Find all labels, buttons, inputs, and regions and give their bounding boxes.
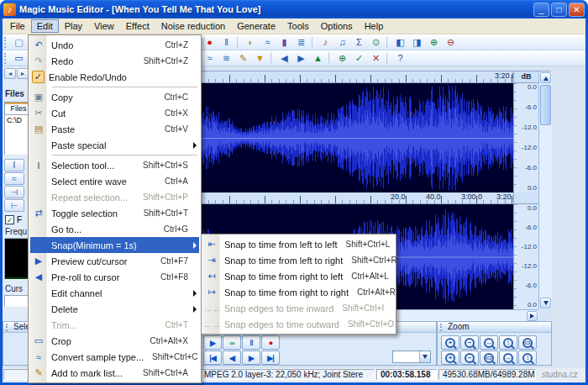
menu-item[interactable]: ↷ Redo Shift+Ctrl+Z bbox=[30, 53, 199, 69]
split-icon[interactable]: ◧ bbox=[392, 35, 408, 50]
expand-panel-icon[interactable]: ▸ bbox=[17, 68, 29, 79]
toolbar-gripper[interactable] bbox=[4, 53, 8, 64]
snap-edge-right-icon[interactable]: ⊢ bbox=[4, 199, 24, 212]
radio-icon[interactable]: ≈ bbox=[260, 35, 276, 50]
zoom-fit-selection-button[interactable]: ▭ bbox=[480, 351, 498, 365]
step-forward-button[interactable]: ▶ bbox=[242, 351, 260, 365]
checkbox[interactable]: ✓ bbox=[5, 215, 14, 224]
edit-marks-icon[interactable]: ✎ bbox=[235, 51, 251, 66]
microphone-icon[interactable]: ▮ bbox=[276, 35, 292, 50]
scroll-right-button[interactable] bbox=[527, 311, 538, 321]
channel-left-icon[interactable]: ◀ bbox=[276, 51, 292, 66]
menubar-item[interactable]: Noise reduction bbox=[155, 19, 231, 33]
notes-icon[interactable]: ♫ bbox=[334, 35, 350, 50]
cd-icon[interactable]: ◐ bbox=[243, 35, 259, 50]
channel-right-icon[interactable]: ▶ bbox=[293, 51, 309, 66]
toolbar-button[interactable] bbox=[312, 36, 315, 48]
apply-icon[interactable]: ✓ bbox=[351, 51, 367, 66]
panel-gripper[interactable] bbox=[6, 324, 8, 331]
insert-icon[interactable]: ⊕ bbox=[334, 51, 350, 66]
loop-button[interactable]: ∞ bbox=[223, 335, 241, 350]
zoom-reset-button[interactable]: ↕ bbox=[518, 351, 537, 365]
zoom-full-wave-button[interactable]: ↔ bbox=[499, 351, 517, 365]
waves-icon[interactable]: ≋ bbox=[218, 51, 234, 66]
channel-both-icon[interactable]: ▲ bbox=[310, 51, 326, 66]
menu-item[interactable]: ←→ Snap edges to time outward Shift+Ctrl… bbox=[203, 316, 394, 332]
help-icon[interactable]: ? bbox=[392, 51, 408, 66]
menu-item[interactable]: ✎ Add to mark list... Shift+Ctrl+A bbox=[30, 365, 199, 381]
skip-to-end-button[interactable]: ▶| bbox=[261, 351, 280, 365]
close-button[interactable]: ✕ bbox=[569, 3, 585, 17]
menu-item[interactable]: ◀ Pre-roll to cursor Ctrl+F8 bbox=[30, 269, 199, 285]
play-button[interactable]: ▶ bbox=[203, 335, 222, 350]
zoom-in-button[interactable]: + bbox=[441, 335, 459, 350]
menu-item[interactable]: Select entire wave Ctrl+A bbox=[30, 173, 199, 189]
toolbar-button[interactable] bbox=[386, 52, 390, 64]
vertical-zoom-out-button[interactable]: − bbox=[460, 351, 479, 365]
menu-item[interactable]: ▤ Paste Ctrl+V bbox=[30, 121, 199, 137]
merge-icon[interactable]: ◨ bbox=[409, 35, 425, 50]
pause-icon[interactable]: ‖ bbox=[218, 35, 234, 50]
vertical-scrollbar[interactable] bbox=[538, 71, 552, 309]
menu-item[interactable]: ▣ Copy Ctrl+C bbox=[30, 89, 199, 105]
menu-item[interactable]: ↤ Snap to time from right to left Ctrl+A… bbox=[203, 268, 394, 284]
wave-tool-icon[interactable]: ≈ bbox=[4, 172, 24, 185]
menubar-item[interactable]: Tools bbox=[281, 19, 315, 33]
toolbar-button[interactable] bbox=[237, 36, 240, 48]
menubar-item[interactable]: Edit bbox=[31, 19, 59, 33]
menu-item[interactable]: Edit channel bbox=[30, 285, 199, 301]
zoom-selection-button[interactable]: ▭ bbox=[518, 335, 537, 350]
note-icon[interactable]: ♪ bbox=[318, 35, 333, 50]
zoom-vertical-button[interactable]: ↕ bbox=[499, 335, 517, 350]
menu-item[interactable]: ▭ Crop Ctrl+Alt+X bbox=[30, 333, 199, 349]
scroll-up-button[interactable] bbox=[540, 72, 551, 83]
zoom-horizontal-button[interactable]: ↔ bbox=[480, 335, 498, 350]
menu-item[interactable]: Delete bbox=[30, 301, 199, 317]
menubar-item[interactable]: Play bbox=[59, 19, 88, 33]
cancel-icon[interactable]: ✕ bbox=[368, 51, 384, 66]
toolbar-button[interactable] bbox=[328, 52, 332, 64]
scroll-down-button[interactable] bbox=[540, 298, 551, 309]
pause-button[interactable]: ‖ bbox=[242, 335, 260, 350]
step-back-button[interactable]: ◀ bbox=[223, 351, 241, 365]
menu-item[interactable]: I Selection tool... Shift+Ctrl+S bbox=[30, 157, 199, 173]
maximize-button[interactable]: □ bbox=[551, 3, 567, 17]
collapse-panel-icon[interactable]: ◂ bbox=[4, 68, 16, 79]
menubar-item[interactable]: Generate bbox=[231, 19, 281, 33]
sum-icon[interactable]: Σ bbox=[351, 35, 367, 50]
wave-icon[interactable]: ≈ bbox=[202, 51, 218, 66]
file-list-entry[interactable]: C:\D bbox=[7, 116, 22, 124]
timer-icon[interactable]: ⊙ bbox=[368, 35, 384, 50]
menubar-item[interactable]: Effect bbox=[120, 19, 155, 33]
menu-item[interactable]: →← Snap edges to time inward Shift+Ctrl+… bbox=[203, 300, 394, 316]
selection-tool-icon[interactable]: I bbox=[4, 159, 24, 171]
record-button[interactable]: ● bbox=[261, 335, 280, 350]
menubar-item[interactable]: Help bbox=[359, 19, 390, 33]
remove-icon[interactable]: ⊖ bbox=[443, 35, 459, 50]
menu-item[interactable]: ↶ Undo Ctrl+Z bbox=[30, 37, 199, 53]
toolbar-gripper[interactable] bbox=[4, 37, 8, 48]
toolbar-button[interactable] bbox=[386, 36, 390, 48]
menu-item[interactable]: ✂ Cut Ctrl+X bbox=[30, 105, 199, 121]
menu-item[interactable]: Snap(Minimum = 1s) bbox=[30, 237, 199, 253]
snap-edge-left-icon[interactable]: ⊣ bbox=[4, 186, 24, 198]
panel-gripper[interactable] bbox=[440, 324, 443, 331]
menu-item[interactable]: Paste special bbox=[30, 137, 199, 153]
menu-item[interactable]: ↦ Snap to time from right to right Ctrl+… bbox=[203, 284, 394, 300]
mixer-icon[interactable]: ≣ bbox=[293, 35, 309, 50]
toolbar-button[interactable] bbox=[270, 52, 274, 64]
menu-item[interactable]: ⇄ Toggle selection Shift+Ctrl+T bbox=[30, 205, 199, 221]
skip-to-start-button[interactable]: |◀ bbox=[203, 351, 222, 365]
menubar-item[interactable]: View bbox=[88, 19, 120, 33]
menu-item[interactable]: ✓ Enable Redo/Undo bbox=[30, 69, 199, 85]
select-region-icon[interactable]: ▭ bbox=[11, 51, 27, 66]
vertical-scroll-thumb[interactable] bbox=[540, 85, 551, 125]
menu-item[interactable]: ⇥ Snap to time from left to right Shift+… bbox=[203, 252, 394, 268]
menu-item[interactable]: Repeat selection... Shift+Ctrl+P bbox=[30, 189, 199, 205]
add-icon[interactable]: ⊕ bbox=[426, 35, 442, 50]
minimize-button[interactable]: _ bbox=[533, 3, 549, 17]
menu-item[interactable]: ≈ Convert sample type... Shift+Ctrl+C bbox=[30, 349, 199, 365]
combo-dropdown-button[interactable] bbox=[419, 351, 430, 362]
drop-marker-icon[interactable]: ▼ bbox=[252, 51, 268, 66]
play-speed-combo[interactable] bbox=[392, 351, 431, 363]
